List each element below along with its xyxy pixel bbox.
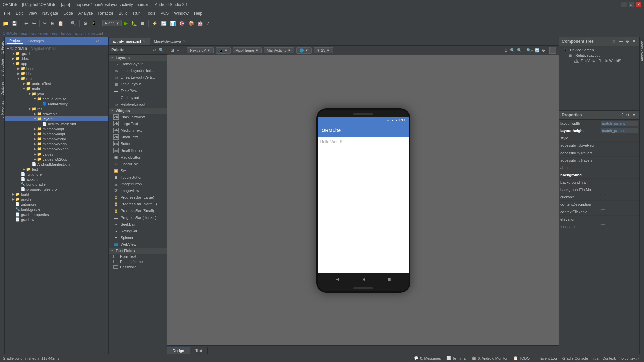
minimize-button[interactable]: — (621, 2, 627, 7)
component-tree-settings-btn[interactable]: ⚙ (625, 38, 630, 44)
comp-tree-relativelayout[interactable]: ▦ RelativeLayout (562, 53, 637, 58)
palette-item-progressbar-small[interactable]: ⏳ ProgressBar (Small) (109, 207, 167, 214)
canvas-zoom-out[interactable]: 🔍- (526, 47, 533, 53)
theme-dropdown[interactable]: AppTheme ▼ (233, 47, 262, 53)
palette-item-medium-text[interactable]: Ab Medium Text (109, 127, 167, 134)
clickable-checkbox[interactable] (601, 195, 605, 199)
palette-item-tablerow[interactable]: ▬ TableRow (109, 87, 167, 94)
tab-text[interactable]: Text (190, 347, 208, 354)
tree-gitignore2[interactable]: ▶ 📄 .gitignore (5, 202, 108, 207)
palette-item-gridlayout[interactable]: ⊞ GridLayout (109, 94, 167, 101)
tree-androidmanifest[interactable]: ▶ 📄 AndroidManifest.xml (5, 162, 108, 167)
palette-item-imageview[interactable]: 🖼 ImageView (109, 187, 167, 194)
tree-build-gradle1[interactable]: ▶ 🔧 build.gradle (5, 182, 108, 187)
tree-app[interactable]: ▼ 📁 app (5, 61, 108, 66)
tree-gradlew[interactable]: ▶ 📄 gradlew (5, 217, 108, 222)
palette-item-small-button[interactable]: btn Small Button (109, 147, 167, 154)
palette-item-checkbox[interactable]: ☑ CheckBox (109, 161, 167, 167)
device-dropdown[interactable]: Nexus 5P ▼ (187, 47, 214, 53)
comp-tree-device-screen[interactable]: 📱 Device Screen (562, 47, 637, 53)
panel-collapse-btn[interactable]: — (101, 38, 106, 44)
tree-gradle[interactable]: ▼ 📁 .gradle (5, 51, 108, 56)
palette-item-progressbar-large[interactable]: ⏳ ProgressBar (Large) (109, 194, 167, 201)
tab-design[interactable]: Design (167, 347, 190, 354)
comp-tree-textview[interactable]: Ab TextView - "Hello World!" (562, 58, 637, 63)
palette-item-seekbar[interactable]: ⊸ SeekBar (109, 221, 167, 228)
tree-idea[interactable]: ▶ 📁 .idea (5, 56, 108, 61)
tree-build2[interactable]: ▶ 📁 build (5, 192, 108, 197)
toolbar-btn-extra4[interactable]: 🎯 (178, 20, 186, 27)
toolbar-btn-extra6[interactable]: 🤖 (196, 20, 204, 27)
tab-project[interactable]: 1: Project (0, 37, 4, 56)
tab-activity-main-xml[interactable]: activity_main.xml ✕ (109, 38, 150, 45)
breadcrumb-file[interactable]: activity_main.xml (75, 31, 103, 35)
menu-vcs[interactable]: VCS (158, 10, 172, 16)
tree-build1[interactable]: ▶ 📁 build (5, 66, 108, 71)
palette-item-plain-text[interactable]: Plain Text (109, 254, 167, 259)
status-event-log[interactable]: Event Log (540, 356, 557, 360)
breadcrumb-src[interactable]: src (31, 31, 36, 35)
tree-mipmap-xxxhdpi[interactable]: ▶ 📁 mipmap-xxxhdpi (5, 146, 108, 152)
tree-drawable[interactable]: ▶ 📁 drawable (5, 111, 108, 116)
palette-item-person-name[interactable]: Person Name (109, 259, 167, 264)
toolbar-btn-extra3[interactable]: 📊 (169, 20, 177, 27)
palette-section-widgets-header[interactable]: Widgets (109, 108, 167, 114)
menu-window[interactable]: Window (171, 10, 191, 16)
tree-activity-xml[interactable]: ▶ 📄 activity_main.xml (5, 121, 108, 126)
run-config-dropdown[interactable]: ▶ app ▼ (102, 20, 122, 26)
palette-item-radiobutton[interactable]: 🔘 RadioButton (109, 154, 167, 161)
toolbar-btn-extra2[interactable]: 🔄 (160, 20, 168, 27)
palette-item-spinner[interactable]: ▼ Spinner (109, 234, 167, 241)
palette-section-layouts-header[interactable]: Layouts (109, 55, 167, 61)
breadcrumb-app[interactable]: app (21, 31, 27, 35)
toolbar-btn-extra1[interactable]: ⚡ (151, 20, 159, 27)
toolbar-open[interactable]: 📁 (1, 20, 10, 27)
canvas-refresh[interactable]: 🔄 (534, 47, 540, 53)
canvas-icon-btn3[interactable]: ↕ (181, 47, 185, 53)
canvas-zoom-fit[interactable]: 🔍 (509, 47, 516, 53)
palette-item-progressbar-norm[interactable]: ⏳ ProgressBar (Norm...) (109, 201, 167, 207)
menu-run[interactable]: Run (130, 10, 143, 16)
component-tree-sort-btn[interactable]: ⇅ (612, 38, 617, 44)
tree-mipmap-xxhdpi[interactable]: ▶ 📁 mipmap-xxhdpi (5, 141, 108, 146)
toolbar-cut[interactable]: ✂ (42, 20, 48, 27)
tree-values-w820[interactable]: ▶ 📁 values-w820dp (5, 157, 108, 162)
tab-captures[interactable]: Captures (0, 79, 4, 98)
toolbar-save[interactable]: 💾 (10, 20, 19, 27)
menu-help[interactable]: Help (191, 10, 205, 16)
palette-item-framelayout[interactable]: ▭ FrameLayout (109, 61, 167, 67)
tree-gradle-props[interactable]: ▶ 📄 gradle.properties (5, 212, 108, 217)
palette-section-textfields-header[interactable]: Text Fields (109, 248, 167, 254)
breadcrumb-layout[interactable]: layout (61, 31, 71, 35)
menu-code[interactable]: Code (61, 10, 76, 16)
tree-test[interactable]: ▶ 📁 test (5, 167, 108, 172)
status-android-monitor[interactable]: 🤖 6: Android Monitor (472, 356, 507, 360)
status-terminal[interactable]: ⬜ Terminal (446, 356, 467, 360)
focusable-checkbox[interactable] (601, 224, 605, 229)
props-help-btn[interactable]: ? (620, 112, 624, 118)
canvas-icon-btn2[interactable]: ↔ (175, 47, 181, 53)
tree-layout[interactable]: ▼ 📁 layout (5, 116, 108, 121)
palette-item-button[interactable]: btn Button (109, 140, 167, 147)
status-gradle-console[interactable]: Gradle Console (562, 356, 588, 360)
menu-file[interactable]: File (1, 10, 13, 16)
palette-item-password[interactable]: Password (109, 264, 167, 270)
palette-item-plain-textview[interactable]: Ab Plain TextView (109, 114, 167, 120)
status-todo[interactable]: 📋 TODO (513, 356, 530, 360)
palette-settings-btn[interactable]: ⚙ (152, 47, 157, 53)
context-clickable-checkbox[interactable] (601, 209, 605, 214)
palette-item-webview[interactable]: 🌐 WebView (109, 241, 167, 248)
tree-src[interactable]: ▼ 📁 src (5, 76, 108, 81)
tree-main[interactable]: ▼ 📁 main (5, 86, 108, 91)
palette-item-ratingbar[interactable]: ★ RatingBar (109, 228, 167, 234)
tree-gitignore1[interactable]: ▶ 📄 .gitignore (5, 172, 108, 177)
debug-button[interactable]: 🐛 (130, 20, 138, 27)
phone-recent-btn[interactable]: ■ (388, 276, 391, 282)
menu-analyze[interactable]: Analyze (76, 10, 96, 16)
tab-close-xml[interactable]: ✕ (143, 39, 146, 43)
tree-res[interactable]: ▼ 📁 res (5, 106, 108, 111)
breadcrumb-main[interactable]: main (40, 31, 48, 35)
breadcrumb-ormlite[interactable]: ORMLite (3, 31, 17, 35)
toolbar-redo[interactable]: ↪ (31, 20, 37, 27)
props-filter-btn[interactable]: ▼ (631, 112, 637, 118)
